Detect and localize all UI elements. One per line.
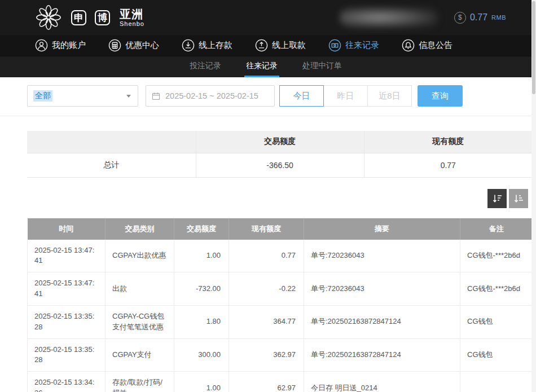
table-cell: 364.77: [229, 305, 304, 338]
balance-display[interactable]: $ 0.77 RMB: [454, 12, 506, 24]
top-header: 申 博 亚洲 Shenbo $ 0.77 RMB: [0, 0, 531, 35]
table-cell: 2025-02-15 13:34:36: [28, 372, 106, 392]
summary-header-balance: 现有额度: [364, 131, 532, 153]
summary-current-balance: 0.77: [364, 153, 532, 177]
table-cell: 2025-02-15 13:47:41: [28, 240, 106, 272]
dollar-circle-icon: $: [454, 12, 466, 24]
table-cell: CG钱包-***2b6d: [460, 272, 533, 306]
calendar-icon: [152, 92, 160, 100]
brand-subtitle: Shenbo: [120, 20, 144, 27]
table-cell: 2025-02-15 13:35:28: [28, 338, 106, 372]
table-cell: 300.00: [174, 338, 229, 372]
scrollbar[interactable]: [531, 0, 536, 392]
balance-currency: RMB: [491, 14, 506, 21]
table-cell: 2025-02-15 13:35:28: [28, 305, 106, 338]
balance-amount: 0.77: [470, 12, 487, 23]
filter-bar: 全部 2025-02-15 ~ 2025-02-15 今日 昨日 近8日 查询: [27, 85, 531, 107]
brand-char-2: 博: [95, 10, 110, 25]
nav-item-promotions[interactable]: 优惠中心: [108, 39, 159, 52]
summary-header-transaction: 交易额度: [196, 131, 364, 153]
col-header-amount: 交易额度: [174, 218, 229, 240]
category-select-value: 全部: [33, 90, 52, 102]
summary-total-label: 总计: [27, 153, 196, 177]
nav-item-announcements[interactable]: 信息公告: [402, 39, 452, 52]
deposit-icon: [182, 39, 195, 52]
quick-range-group: 今日 昨日 近8日: [279, 85, 412, 107]
col-header-balance: 现有额度: [229, 218, 304, 240]
brand-region: 亚洲: [120, 8, 144, 20]
table-cell: 单号:720236043: [304, 240, 460, 272]
table-cell: 今日存 明日送_0214: [304, 372, 460, 392]
sub-nav: 投注记录 往来记录 处理中订单: [0, 56, 531, 77]
quick-range-today-button[interactable]: 今日: [279, 85, 324, 107]
nav-item-deposit[interactable]: 线上存款: [182, 39, 232, 52]
sort-controls: [0, 189, 531, 208]
nav-label: 线上存款: [199, 40, 232, 51]
category-select[interactable]: 全部: [27, 85, 138, 107]
quick-range-yesterday-button[interactable]: 昨日: [323, 85, 368, 107]
section-divider: [0, 116, 531, 116]
nav-label: 线上取款: [272, 40, 306, 51]
table-row: 2025-02-15 13:47:41出款-732.00-0.22单号:7202…: [28, 272, 533, 306]
records-icon: [328, 39, 341, 52]
table-cell: 1.00: [174, 372, 229, 392]
summary-transaction-total: -366.50: [196, 153, 364, 177]
table-cell: CGPAY-CG钱包支付笔笔送优惠: [106, 305, 174, 338]
flower-logo-icon: [34, 3, 63, 32]
tab-pending-orders[interactable]: 处理中订单: [301, 56, 344, 77]
table-cell: 62.97: [229, 372, 304, 392]
tab-transaction-records[interactable]: 往来记录: [244, 56, 279, 77]
sort-ascending-button[interactable]: [509, 189, 528, 208]
page: 申 博 亚洲 Shenbo $ 0.77 RMB 我的账户: [0, 0, 536, 392]
table-cell: CG钱包: [460, 305, 533, 338]
table-row: 2025-02-15 13:35:28CGPAY支付300.00362.97单号…: [28, 338, 533, 372]
table-cell: 单号:720236043: [304, 272, 460, 306]
table-cell: 存款/取款/打码/损益: [106, 372, 174, 392]
nav-label: 我的账户: [52, 40, 86, 51]
summary-header-row: 交易额度 现有额度: [27, 131, 532, 153]
records-table: 时间 交易类别 交易额度 现有额度 摘要 备注 2025-02-15 13:47…: [27, 218, 533, 392]
table-cell: -732.00: [174, 272, 229, 306]
table-row: 2025-02-15 13:47:41CGPAY出款优惠1.000.77单号:7…: [28, 240, 533, 272]
table-row: 2025-02-15 13:34:36存款/取款/打码/损益1.0062.97今…: [28, 372, 533, 392]
records-header-row: 时间 交易类别 交易额度 现有额度 摘要 备注: [28, 218, 533, 240]
table-cell: CG钱包: [460, 338, 533, 372]
table-cell: 2025-02-15 13:47:41: [28, 272, 106, 306]
privacy-blur-username: [340, 7, 438, 28]
summary-total-row: 总计 -366.50 0.77: [27, 153, 532, 177]
table-cell: CGPAY支付: [106, 338, 174, 372]
main-nav: 我的账户 优惠中心 线上存款 线上取款: [0, 35, 531, 56]
nav-item-withdraw[interactable]: 线上取款: [255, 39, 306, 52]
table-cell: 1.00: [174, 240, 229, 272]
date-range-input[interactable]: 2025-02-15 ~ 2025-02-15: [146, 85, 275, 107]
nav-label: 往来记录: [345, 40, 379, 51]
tab-betting-records[interactable]: 投注记录: [188, 56, 223, 77]
brand-logo[interactable]: 申 博 亚洲 Shenbo: [34, 3, 144, 32]
chevron-down-icon: [126, 95, 131, 98]
user-icon: [35, 39, 48, 52]
brand-char-1: 申: [71, 10, 86, 25]
nav-item-transaction-records[interactable]: 往来记录: [328, 39, 379, 52]
col-header-remarks: 备注: [460, 218, 533, 240]
col-header-summary: 摘要: [304, 218, 460, 240]
table-cell: CGPAY出款优惠: [106, 240, 174, 272]
table-row: 2025-02-15 13:35:28CGPAY-CG钱包支付笔笔送优惠1.80…: [28, 305, 533, 338]
table-cell: 0.77: [229, 240, 304, 272]
table-cell: -0.22: [229, 272, 304, 306]
summary-header-empty: [27, 131, 196, 153]
table-cell: 单号:202502163872847124: [304, 305, 460, 338]
sort-descending-button[interactable]: [487, 189, 507, 208]
col-header-time: 时间: [28, 218, 106, 240]
nav-label: 信息公告: [419, 40, 452, 51]
quick-range-8days-button[interactable]: 近8日: [367, 85, 412, 107]
scrollbar-thumb[interactable]: [532, 1, 535, 94]
summary-table: 交易额度 现有额度 总计 -366.50 0.77: [27, 131, 532, 178]
query-button[interactable]: 查询: [418, 85, 463, 107]
nav-item-my-account[interactable]: 我的账户: [35, 39, 86, 52]
table-cell: 单号:202502163872847124: [304, 338, 460, 372]
table-cell: CG钱包-***2b6d: [460, 240, 533, 272]
sort-desc-icon: [491, 193, 503, 204]
date-range-value: 2025-02-15 ~ 2025-02-15: [165, 91, 258, 100]
records-table-body: 2025-02-15 13:47:41CGPAY出款优惠1.000.77单号:7…: [28, 240, 533, 392]
bell-icon: [402, 39, 415, 52]
